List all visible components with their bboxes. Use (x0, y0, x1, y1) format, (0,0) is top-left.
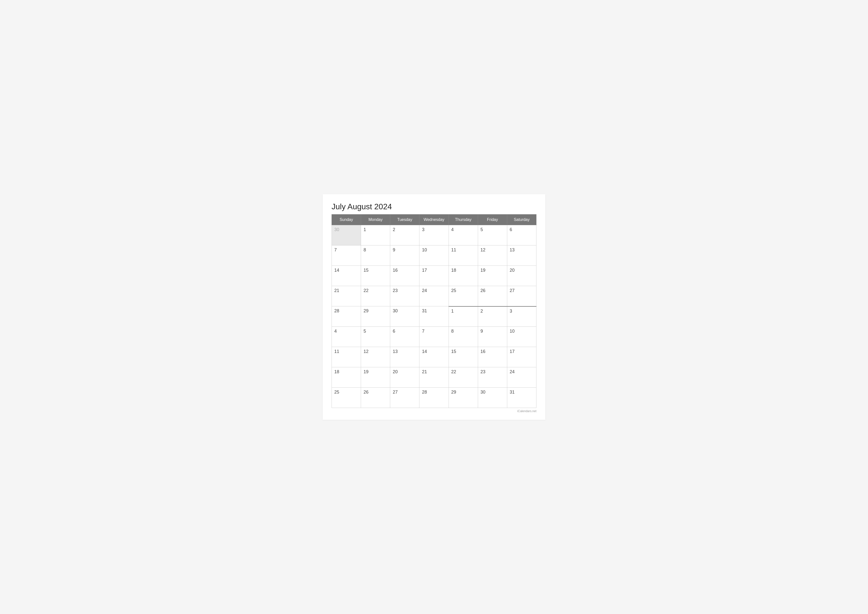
calendar-day: 5 (361, 327, 390, 347)
week-row: 21222324252627 (332, 286, 536, 306)
header-cell-friday: Friday (478, 215, 507, 225)
calendar-day: 19 (361, 367, 390, 388)
week-row: 11121314151617 (332, 347, 536, 367)
calendar-day: 30 (332, 225, 361, 246)
calendar-day: 8 (449, 327, 478, 347)
calendar-day: 7 (419, 327, 449, 347)
calendar-day: 23 (390, 286, 419, 306)
calendar-day: 14 (419, 347, 449, 367)
calendar-day: 12 (361, 347, 390, 367)
week-row: 30123456 (332, 225, 536, 246)
calendar-day: 6 (507, 225, 536, 246)
calendar-day: 29 (449, 388, 478, 408)
calendar-day: 19 (478, 266, 507, 286)
calendar-day: 17 (419, 266, 449, 286)
calendar-day: 27 (390, 388, 419, 408)
calendar-day: 1 (361, 225, 390, 246)
calendar-day: 28 (332, 306, 361, 327)
calendar-day: 3 (419, 225, 449, 246)
calendar-day: 7 (332, 246, 361, 266)
header-cell-monday: Monday (361, 215, 390, 225)
calendar-day: 15 (449, 347, 478, 367)
week-row: 14151617181920 (332, 266, 536, 286)
calendar-day: 26 (361, 388, 390, 408)
calendar-day: 21 (332, 286, 361, 306)
calendar-day: 31 (507, 388, 536, 408)
calendar-day: 24 (419, 286, 449, 306)
calendar-day: 1 (449, 306, 478, 327)
calendar-day: 6 (390, 327, 419, 347)
calendar-day: 25 (449, 286, 478, 306)
calendar-day: 26 (478, 286, 507, 306)
calendar-day: 29 (361, 306, 390, 327)
calendar-day: 9 (390, 246, 419, 266)
calendar-day: 10 (419, 246, 449, 266)
calendar-day: 22 (449, 367, 478, 388)
calendar-day: 5 (478, 225, 507, 246)
calendar-day: 17 (507, 347, 536, 367)
calendar-day: 4 (449, 225, 478, 246)
week-row: 18192021222324 (332, 367, 536, 388)
calendar-day: 20 (390, 367, 419, 388)
calendar-day: 25 (332, 388, 361, 408)
header-cell-tuesday: Tuesday (390, 215, 419, 225)
header-cell-sunday: Sunday (332, 215, 361, 225)
calendar-day: 8 (361, 246, 390, 266)
calendar-day: 18 (449, 266, 478, 286)
calendar-container: July August 2024 SundayMondayTuesdayWedn… (322, 194, 546, 420)
calendar-title: July August 2024 (332, 202, 536, 211)
calendar-day: 22 (361, 286, 390, 306)
calendar-day: 13 (507, 246, 536, 266)
header-cell-wednesday: Wednesday (419, 215, 449, 225)
calendar-day: 2 (478, 306, 507, 327)
calendar-day: 20 (507, 266, 536, 286)
calendar-day: 30 (390, 306, 419, 327)
week-row: 45678910 (332, 327, 536, 347)
calendar-day: 11 (332, 347, 361, 367)
calendar-day: 11 (449, 246, 478, 266)
calendar-footer: iCalendars.net (332, 409, 536, 413)
header-cell-saturday: Saturday (507, 215, 536, 225)
calendar-day: 23 (478, 367, 507, 388)
calendar-day: 27 (507, 286, 536, 306)
calendar-day: 30 (478, 388, 507, 408)
calendar-day: 18 (332, 367, 361, 388)
calendar-day: 31 (419, 306, 449, 327)
calendar-day: 28 (419, 388, 449, 408)
calendar-day: 12 (478, 246, 507, 266)
header-cell-thursday: Thursday (449, 215, 478, 225)
calendar-body: 3012345678910111213141516171819202122232… (332, 225, 536, 408)
calendar-day: 9 (478, 327, 507, 347)
calendar-day: 14 (332, 266, 361, 286)
calendar-day: 10 (507, 327, 536, 347)
calendar-table: SundayMondayTuesdayWednesdayThursdayFrid… (332, 214, 536, 408)
calendar-header: SundayMondayTuesdayWednesdayThursdayFrid… (332, 215, 536, 225)
calendar-day: 4 (332, 327, 361, 347)
week-row: 78910111213 (332, 246, 536, 266)
week-row: 25262728293031 (332, 388, 536, 408)
calendar-day: 21 (419, 367, 449, 388)
calendar-day: 2 (390, 225, 419, 246)
calendar-day: 13 (390, 347, 419, 367)
header-row: SundayMondayTuesdayWednesdayThursdayFrid… (332, 215, 536, 225)
week-row: 28293031123 (332, 306, 536, 327)
calendar-day: 3 (507, 306, 536, 327)
calendar-day: 24 (507, 367, 536, 388)
calendar-day: 16 (478, 347, 507, 367)
calendar-day: 15 (361, 266, 390, 286)
calendar-day: 16 (390, 266, 419, 286)
